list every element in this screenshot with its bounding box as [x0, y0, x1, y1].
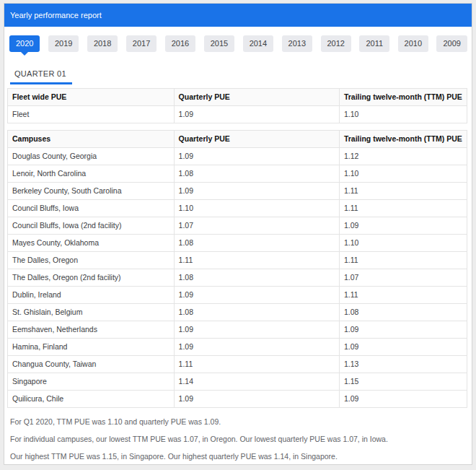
table-row: Singapore 1.14 1.15	[8, 373, 467, 391]
ttm-pue-cell: 1.11	[339, 252, 467, 269]
campus-name-cell: Eemshaven, Netherlands	[8, 321, 175, 339]
quarterly-pue-cell: 1.09	[174, 391, 339, 408]
fleet-pue-table: Fleet wide PUE Quarterly PUE Trailing tw…	[7, 88, 467, 123]
ttm-pue-cell: 1.09	[339, 321, 467, 339]
ttm-pue-cell: 1.09	[339, 391, 467, 408]
quarterly-pue-cell: 1.11	[174, 356, 339, 373]
quarterly-pue-header: Quarterly PUE	[174, 89, 339, 106]
ttm-pue-cell: 1.11	[339, 287, 467, 304]
summary-line-lowest: For individual campuses, our lowest TTM …	[10, 435, 466, 444]
ttm-pue-cell: 1.10	[339, 106, 467, 123]
campus-name-cell: The Dalles, Oregon	[8, 252, 175, 269]
campus-name-cell: Douglas County, Georgia	[8, 148, 175, 165]
ttm-pue-cell: 1.15	[339, 373, 467, 391]
quarterly-pue-cell: 1.08	[174, 269, 339, 287]
campuses-header: Campuses	[8, 131, 175, 148]
summary-line-fleet: For Q1 2020, TTM PUE was 1.10 and quarte…	[10, 417, 466, 427]
ttm-pue-header: Trailing twelve-month (TTM) PUE	[339, 89, 467, 106]
year-tab-2016[interactable]: 2016	[165, 35, 195, 52]
table-row: St. Ghislain, Belgium 1.08 1.08	[8, 304, 467, 321]
year-tab-2012[interactable]: 2012	[321, 35, 351, 52]
ttm-pue-cell: 1.08	[339, 304, 467, 321]
ttm-pue-cell: 1.11	[339, 200, 467, 217]
page-title: Yearly performance report	[10, 11, 102, 19]
table-row: Council Bluffs, Iowa 1.10 1.11	[8, 200, 467, 217]
table-row: The Dalles, Oregon 1.11 1.11	[8, 252, 467, 269]
ttm-pue-cell: 1.11	[339, 183, 467, 200]
ttm-pue-cell: 1.12	[339, 148, 467, 165]
table-header-row: Campuses Quarterly PUE Trailing twelve-m…	[8, 131, 467, 148]
year-tabs: 2020 2019 2018 2017 2016 2015 2014 2013 …	[4, 27, 472, 52]
table-row: Quilicura, Chile 1.09 1.09	[8, 391, 467, 408]
ttm-pue-cell: 1.07	[339, 269, 467, 287]
table-row: Mayes County, Oklahoma 1.08 1.10	[8, 235, 467, 252]
campus-name-cell: St. Ghislain, Belgium	[8, 304, 175, 321]
quarterly-pue-cell: 1.09	[174, 106, 339, 123]
quarterly-pue-cell: 1.08	[174, 235, 339, 252]
table-row: Changua County, Taiwan 1.11 1.13	[8, 356, 467, 373]
campus-name-cell: Lenoir, North Carolina	[8, 165, 175, 183]
fleet-name-cell: Fleet	[8, 106, 175, 123]
year-tab-2013[interactable]: 2013	[282, 35, 312, 52]
table-row: Berkeley County, South Carolina 1.09 1.1…	[8, 183, 467, 200]
year-tab-2019[interactable]: 2019	[48, 35, 79, 52]
year-tab-2018[interactable]: 2018	[87, 35, 118, 52]
quarterly-pue-cell: 1.11	[174, 252, 339, 269]
year-tab-2009[interactable]: 2009	[436, 35, 467, 52]
campus-name-cell: Mayes County, Oklahoma	[8, 235, 175, 252]
table-row: Hamina, Finland 1.09 1.09	[8, 339, 467, 356]
ttm-pue-cell: 1.09	[339, 217, 467, 235]
year-tab-2010[interactable]: 2010	[398, 35, 428, 52]
table-row: Eemshaven, Netherlands 1.09 1.09	[8, 321, 467, 339]
ttm-pue-cell: 1.13	[339, 356, 467, 373]
year-tab-2014[interactable]: 2014	[243, 35, 273, 52]
table-row: Douglas County, Georgia 1.09 1.12	[8, 148, 467, 165]
quarterly-pue-cell: 1.14	[174, 373, 339, 391]
campus-name-cell: Changua County, Taiwan	[8, 356, 175, 373]
table-row: Dublin, Ireland 1.09 1.11	[8, 287, 467, 304]
year-tab-2011[interactable]: 2011	[359, 35, 389, 52]
quarterly-pue-cell: 1.09	[174, 339, 339, 356]
campus-name-cell: The Dalles, Oregon (2nd facility)	[8, 269, 175, 287]
table-row: Council Bluffs, Iowa (2nd facility) 1.07…	[8, 217, 467, 235]
table-header-row: Fleet wide PUE Quarterly PUE Trailing tw…	[8, 89, 467, 106]
report-titlebar: Yearly performance report	[4, 4, 472, 27]
campuses-pue-table: Campuses Quarterly PUE Trailing twelve-m…	[7, 130, 467, 408]
campus-name-cell: Council Bluffs, Iowa	[8, 200, 175, 217]
campus-name-cell: Council Bluffs, Iowa (2nd facility)	[8, 217, 175, 235]
tab-quarter-01[interactable]: QUARTER 01	[10, 69, 72, 84]
ttm-pue-cell: 1.09	[339, 339, 467, 356]
campus-name-cell: Singapore	[8, 373, 175, 391]
table-row: Fleet 1.09 1.10	[8, 106, 467, 123]
year-tab-2015[interactable]: 2015	[204, 35, 234, 52]
quarterly-pue-cell: 1.09	[174, 148, 339, 165]
quarterly-pue-cell: 1.08	[174, 165, 339, 183]
quarterly-pue-cell: 1.10	[174, 200, 339, 217]
quarterly-pue-cell: 1.09	[174, 183, 339, 200]
campus-name-cell: Berkeley County, South Carolina	[8, 183, 175, 200]
ttm-pue-header: Trailing twelve-month (TTM) PUE	[339, 131, 467, 148]
summary-line-highest: Our highest TTM PUE was 1.15, in Singapo…	[10, 452, 466, 461]
quarterly-pue-header: Quarterly PUE	[174, 131, 339, 148]
year-tab-2020[interactable]: 2020	[9, 35, 40, 52]
quarterly-pue-cell: 1.09	[174, 321, 339, 339]
fleet-wide-pue-header: Fleet wide PUE	[8, 89, 175, 106]
summary-notes: For Q1 2020, TTM PUE was 1.10 and quarte…	[4, 408, 472, 461]
ttm-pue-cell: 1.10	[339, 235, 467, 252]
quarter-tabs: QUARTER 01	[4, 66, 472, 84]
campus-name-cell: Hamina, Finland	[8, 339, 175, 356]
campus-name-cell: Quilicura, Chile	[8, 391, 175, 408]
ttm-pue-cell: 1.10	[339, 165, 467, 183]
table-row: The Dalles, Oregon (2nd facility) 1.08 1…	[8, 269, 467, 287]
quarterly-pue-cell: 1.07	[174, 217, 339, 235]
campus-name-cell: Dublin, Ireland	[8, 287, 175, 304]
report-card: Yearly performance report 2020 2019 2018…	[4, 3, 472, 465]
quarterly-pue-cell: 1.08	[174, 304, 339, 321]
year-tab-2017[interactable]: 2017	[126, 35, 157, 52]
quarterly-pue-cell: 1.09	[174, 287, 339, 304]
table-row: Lenoir, North Carolina 1.08 1.10	[8, 165, 467, 183]
